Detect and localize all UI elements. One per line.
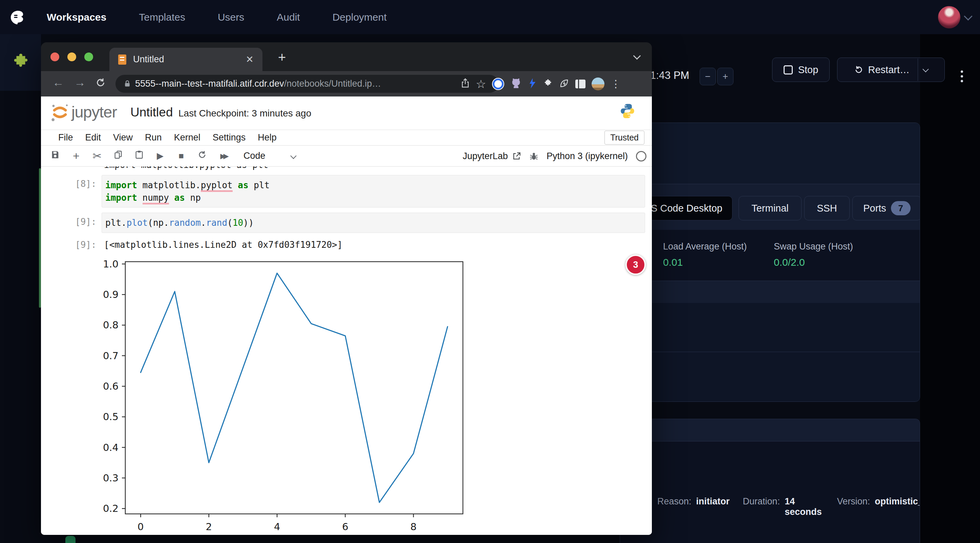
- restart-workspace-button[interactable]: Restart…: [837, 57, 945, 82]
- nav-item-users[interactable]: Users: [218, 11, 244, 23]
- nav-item-deployment[interactable]: Deployment: [332, 11, 387, 23]
- user-menu-chevron-icon[interactable]: [964, 12, 972, 20]
- last-checkpoint-text: Last Checkpoint: 3 minutes ago: [178, 108, 311, 119]
- build-panel-header: [620, 419, 920, 441]
- app-button-ssh[interactable]: SSH: [804, 196, 850, 221]
- menu-file[interactable]: File: [58, 132, 73, 143]
- paste-cells-icon[interactable]: [134, 150, 145, 162]
- notebook-content: import matplotlib.pyplot as plt [8]: imp…: [41, 167, 652, 535]
- menu-edit[interactable]: Edit: [85, 132, 101, 143]
- browser-window: Untitled ✕ + ← → 5555--main--test--matif…: [41, 42, 652, 535]
- python-logo-icon: [620, 103, 635, 121]
- share-icon[interactable]: [461, 78, 470, 90]
- restart-run-all-icon[interactable]: ▶▶: [218, 152, 229, 160]
- stat-load-average: Load Average (Host) 0.01: [663, 241, 747, 268]
- kernel-status-icon: [636, 151, 646, 162]
- dock-tile[interactable]: [0, 34, 41, 91]
- top-navigation-bar: Workspaces Templates Users Audit Deploym…: [0, 0, 980, 34]
- coder-logo-icon[interactable]: [8, 8, 27, 27]
- stat-label: Load Average (Host): [663, 241, 747, 252]
- app-button-label: Terminal: [751, 203, 789, 214]
- svg-text:4: 4: [274, 521, 280, 532]
- extensions-puzzle-icon[interactable]: [543, 78, 553, 90]
- workspace-build-panel: Reason:initiator Duration:14 seconds Ver…: [620, 419, 920, 543]
- browser-tab-untitled[interactable]: Untitled ✕: [110, 48, 262, 71]
- restart-options-chevron-icon[interactable]: [923, 66, 929, 72]
- window-close-button[interactable]: [51, 52, 59, 61]
- code-cell-8[interactable]: import matplotlib.pyplot as plt import n…: [102, 175, 645, 208]
- workspace-more-menu-button[interactable]: [958, 68, 965, 85]
- execution-count-badge[interactable]: 3: [625, 254, 646, 275]
- svg-text:0.7: 0.7: [103, 350, 119, 362]
- zoom-out-button[interactable]: −: [700, 68, 716, 85]
- app-button-label: SSH: [817, 203, 837, 214]
- tab-close-icon[interactable]: ✕: [246, 54, 254, 65]
- workspace-row-3: [620, 352, 920, 402]
- restart-kernel-icon[interactable]: [197, 150, 208, 162]
- trusted-button[interactable]: Trusted: [605, 131, 644, 144]
- menu-run[interactable]: Run: [145, 132, 162, 143]
- lock-icon: [124, 80, 130, 88]
- build-meta-row: Reason:initiator Duration:14 seconds Ver…: [657, 496, 920, 517]
- last-used-time: 1:43 PM: [650, 70, 689, 82]
- insert-cell-icon[interactable]: +: [71, 149, 82, 162]
- nav-item-audit[interactable]: Audit: [277, 11, 300, 23]
- forward-icon[interactable]: →: [74, 76, 86, 89]
- user-avatar[interactable]: [938, 6, 960, 29]
- cell9-prompt: [9]:: [75, 217, 97, 227]
- menu-kernel[interactable]: Kernel: [174, 132, 200, 143]
- stat-label: Swap Usage (Host): [774, 241, 853, 252]
- run-cell-icon[interactable]: ▶: [155, 151, 165, 161]
- save-icon[interactable]: [50, 150, 60, 162]
- extension-github-icon[interactable]: [510, 78, 522, 90]
- svg-text:2: 2: [206, 521, 212, 532]
- puzzle-icon: [10, 51, 31, 74]
- workspace-row-1: [620, 281, 920, 304]
- jupyter-header: jupyter Untitled Last Checkpoint: 3 minu…: [41, 97, 652, 130]
- menu-settings[interactable]: Settings: [213, 132, 246, 143]
- address-bar[interactable]: 5555--main--test--matifali.atif.cdr.dev/…: [116, 75, 498, 93]
- tab-search-chevron-icon[interactable]: [633, 52, 641, 60]
- back-icon[interactable]: ←: [52, 76, 64, 89]
- cell-type-chevron-icon[interactable]: [290, 153, 296, 159]
- cut-cells-icon[interactable]: ✂: [92, 150, 103, 162]
- extension-bolt-icon[interactable]: [528, 78, 537, 90]
- external-link-icon[interactable]: [512, 152, 521, 161]
- code-cell-9[interactable]: plt.plot(np.random.rand(10)): [102, 213, 645, 233]
- jupyter-menu-bar: File Edit View Run Kernel Settings Help …: [41, 130, 652, 146]
- bookmark-star-icon[interactable]: ☆: [476, 77, 486, 91]
- nav-item-templates[interactable]: Templates: [139, 11, 185, 23]
- side-panel-icon[interactable]: [575, 79, 585, 88]
- browser-menu-kebab-icon[interactable]: ⋮: [611, 78, 621, 90]
- new-tab-button[interactable]: +: [278, 50, 286, 65]
- workspace-panel: VS Code Desktop Terminal SSH Ports 7 Loa…: [620, 122, 920, 402]
- taskbar-app-icon[interactable]: [65, 536, 75, 543]
- app-button-terminal[interactable]: Terminal: [738, 196, 802, 221]
- jupyter-toolbar: + ✂ ▶ ■ ▶▶ Code JupyterLab: [41, 146, 652, 167]
- output9-prompt: [9]:: [75, 240, 97, 250]
- stop-workspace-button[interactable]: Stop: [772, 57, 830, 82]
- reload-icon[interactable]: [95, 77, 106, 91]
- svg-text:0.9: 0.9: [103, 289, 119, 300]
- copy-cells-icon[interactable]: [113, 150, 124, 162]
- debugger-bug-icon[interactable]: [529, 152, 538, 161]
- browser-profile-avatar[interactable]: [592, 78, 605, 90]
- ports-count-badge: 7: [891, 201, 911, 215]
- stat-value: 0.01: [663, 257, 747, 268]
- window-zoom-button[interactable]: [84, 52, 93, 61]
- interrupt-kernel-icon[interactable]: ■: [176, 151, 186, 161]
- minus-icon: −: [705, 71, 710, 82]
- menu-help[interactable]: Help: [258, 132, 277, 143]
- menu-view[interactable]: View: [113, 132, 133, 143]
- notebook-title[interactable]: Untitled: [130, 105, 173, 119]
- extension-leaf-icon[interactable]: [559, 78, 569, 90]
- zoom-in-button[interactable]: +: [717, 68, 733, 85]
- kernel-name[interactable]: Python 3 (ipykernel): [547, 151, 628, 162]
- extension-1password-icon[interactable]: [492, 78, 504, 90]
- nav-item-workspaces[interactable]: Workspaces: [47, 11, 106, 23]
- cell-type-select[interactable]: Code: [243, 151, 266, 161]
- app-button-ports[interactable]: Ports 7: [852, 196, 920, 221]
- jupyter-notebook-app: jupyter Untitled Last Checkpoint: 3 minu…: [41, 97, 652, 535]
- window-minimize-button[interactable]: [67, 52, 76, 61]
- open-jupyterlab-link[interactable]: JupyterLab: [463, 151, 508, 162]
